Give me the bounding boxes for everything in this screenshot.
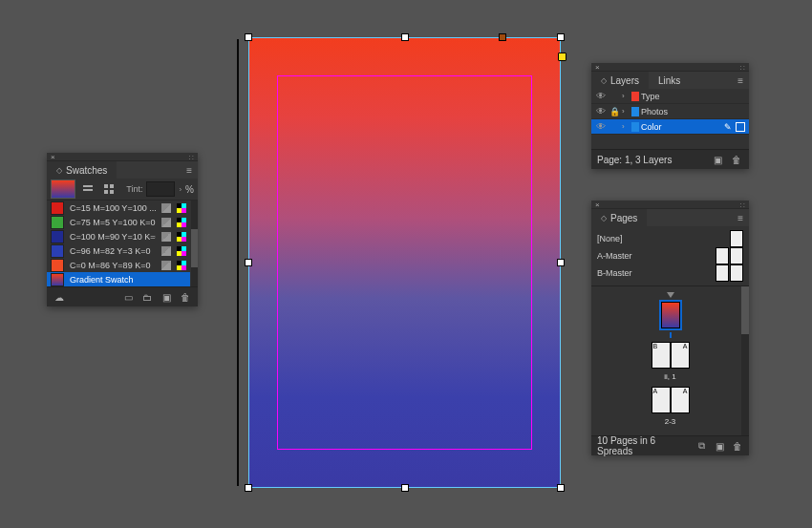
resize-handle-tl[interactable] bbox=[245, 33, 252, 41]
swatches-panel[interactable]: × :: ◇Swatches ≡ Tint: › % C=15 M=100 Y=… bbox=[47, 153, 198, 306]
resize-handle-bc[interactable] bbox=[401, 484, 409, 492]
tint-input[interactable] bbox=[146, 181, 175, 197]
resize-handle-mr[interactable] bbox=[557, 259, 565, 266]
layer-name: Photos bbox=[641, 107, 745, 116]
panel-grip[interactable]: × :: bbox=[591, 201, 749, 209]
visibility-icon[interactable]: 👁 bbox=[595, 121, 607, 133]
layers-panel[interactable]: × :: ◇Layers Links ≡ 👁 › Type 👁🔒 › Photo… bbox=[591, 63, 749, 169]
disclosure-icon[interactable]: › bbox=[622, 122, 630, 131]
swatch-row-selected[interactable]: Gradient Swatch bbox=[47, 272, 190, 286]
lock-slot[interactable] bbox=[609, 91, 620, 102]
close-icon[interactable]: × bbox=[595, 63, 600, 72]
page-size-icon[interactable]: ⧉ bbox=[695, 439, 708, 453]
lock-slot[interactable] bbox=[609, 121, 620, 133]
master-thumb[interactable] bbox=[716, 247, 729, 264]
page-thumb[interactable]: A bbox=[671, 342, 690, 369]
swatch-row[interactable]: C=75 M=5 Y=100 K=0 bbox=[47, 215, 190, 229]
visibility-icon[interactable]: 👁 bbox=[595, 106, 607, 117]
disclosure-icon[interactable]: › bbox=[622, 92, 630, 100]
masters-list[interactable]: [None] A-Master B-Master bbox=[591, 226, 749, 286]
lock-icon[interactable]: 🔒 bbox=[609, 106, 620, 117]
collapse-icon[interactable]: :: bbox=[189, 153, 195, 161]
page-thumb[interactable]: A bbox=[671, 387, 690, 413]
visibility-icon[interactable]: 👁 bbox=[595, 91, 607, 102]
pages-panel[interactable]: × :: ◇Pages ≡ [None] A-Master B-Master B… bbox=[591, 201, 749, 455]
scrollbar-thumb[interactable] bbox=[741, 286, 749, 334]
close-icon[interactable]: × bbox=[595, 201, 600, 209]
resize-handle-tc[interactable] bbox=[401, 33, 409, 41]
grid-view-button[interactable] bbox=[100, 180, 118, 198]
cloud-icon[interactable]: ☁ bbox=[53, 290, 66, 304]
chevron-right-icon[interactable]: › bbox=[179, 185, 182, 194]
selection-indicator[interactable] bbox=[736, 122, 745, 132]
page-thumb-1[interactable] bbox=[661, 302, 680, 328]
tab-swatches[interactable]: ◇Swatches bbox=[47, 161, 117, 179]
page-thumb[interactable]: B bbox=[652, 342, 671, 369]
fill-proxy[interactable] bbox=[51, 180, 75, 199]
swatch-chip bbox=[51, 230, 64, 243]
document-canvas[interactable] bbox=[248, 37, 561, 488]
panel-grip[interactable]: × :: bbox=[47, 153, 198, 161]
scrollbar-thumb[interactable] bbox=[191, 229, 198, 267]
folder-icon[interactable]: 🗀 bbox=[140, 290, 154, 304]
pages-list[interactable]: B A ii, 1 A A 2-3 bbox=[591, 286, 749, 435]
collapse-icon[interactable]: :: bbox=[740, 63, 746, 72]
swatch-name: C=100 M=90 Y=10 K=0 bbox=[70, 232, 156, 242]
reference-point[interactable] bbox=[499, 33, 506, 41]
content-grabber[interactable] bbox=[558, 53, 566, 61]
tab-pages[interactable]: ◇Pages bbox=[591, 209, 647, 226]
layer-name: Color bbox=[641, 122, 722, 132]
tab-label: Swatches bbox=[66, 165, 107, 176]
tab-layers[interactable]: ◇Layers bbox=[591, 72, 649, 89]
new-swatch-icon[interactable]: ▣ bbox=[160, 290, 173, 304]
tab-links[interactable]: Links bbox=[649, 72, 690, 89]
layer-row-selected[interactable]: 👁 › Color ✎ bbox=[591, 119, 749, 135]
tint-percent: % bbox=[185, 184, 194, 195]
master-thumb[interactable] bbox=[730, 247, 743, 264]
disclosure-icon[interactable]: › bbox=[622, 107, 630, 116]
swatch-row[interactable]: C=100 M=90 Y=10 K=0 bbox=[47, 229, 190, 243]
page-thumb[interactable]: A bbox=[652, 387, 671, 413]
master-row[interactable]: B-Master bbox=[597, 264, 743, 282]
master-row[interactable]: [None] bbox=[597, 230, 743, 247]
new-group-icon[interactable]: ▭ bbox=[121, 290, 135, 304]
cmyk-icon bbox=[177, 218, 186, 227]
list-view-button[interactable] bbox=[79, 180, 96, 198]
tint-label: Tint: bbox=[126, 184, 142, 194]
panel-menu-button[interactable]: ≡ bbox=[732, 72, 749, 89]
swatch-row[interactable]: C=0 M=86 Y=89 K=0 bbox=[47, 258, 190, 272]
layer-row[interactable]: 👁 › Type bbox=[591, 89, 749, 104]
master-thumb[interactable] bbox=[730, 230, 743, 247]
layer-color bbox=[631, 107, 639, 116]
resize-handle-ml[interactable] bbox=[245, 259, 252, 266]
panel-menu-button[interactable]: ≡ bbox=[732, 209, 749, 226]
swatch-name: C=75 M=5 Y=100 K=0 bbox=[70, 218, 156, 227]
resize-handle-br[interactable] bbox=[557, 484, 565, 492]
new-layer-icon[interactable]: ▣ bbox=[711, 153, 724, 166]
swatch-row[interactable]: C=15 M=100 Y=100 ... bbox=[47, 201, 190, 215]
new-page-icon[interactable]: ▣ bbox=[714, 439, 726, 453]
resize-handle-bl[interactable] bbox=[245, 484, 252, 492]
master-thumb[interactable] bbox=[716, 264, 729, 282]
panel-menu-button[interactable]: ≡ bbox=[181, 161, 198, 179]
pasteboard-edge bbox=[237, 39, 239, 486]
panel-tabbar: ◇Pages ≡ bbox=[591, 209, 749, 226]
close-icon[interactable]: × bbox=[51, 153, 55, 161]
layer-color bbox=[631, 122, 639, 132]
trash-icon[interactable]: 🗑 bbox=[730, 153, 743, 166]
master-row[interactable]: A-Master bbox=[597, 247, 743, 264]
swatch-list[interactable]: C=15 M=100 Y=100 ... C=75 M=5 Y=100 K=0 … bbox=[47, 201, 198, 286]
swatch-row[interactable]: C=96 M=82 Y=3 K=0 bbox=[47, 243, 190, 258]
master-thumb[interactable] bbox=[730, 264, 743, 282]
pages-footer: 10 Pages in 6 Spreads ⧉ ▣ 🗑 bbox=[591, 435, 749, 455]
layers-list[interactable]: 👁 › Type 👁🔒 › Photos 👁 › Color ✎ bbox=[591, 89, 749, 149]
cmyk-icon bbox=[177, 203, 186, 213]
trash-icon[interactable]: 🗑 bbox=[731, 439, 743, 453]
menu-icon: ≡ bbox=[737, 75, 743, 86]
resize-handle-tr[interactable] bbox=[557, 33, 565, 41]
trash-icon[interactable]: 🗑 bbox=[179, 290, 192, 304]
section-marker-icon[interactable] bbox=[667, 292, 674, 298]
layer-row[interactable]: 👁🔒 › Photos bbox=[591, 104, 749, 119]
collapse-icon[interactable]: :: bbox=[740, 201, 746, 209]
panel-grip[interactable]: × :: bbox=[591, 63, 749, 72]
